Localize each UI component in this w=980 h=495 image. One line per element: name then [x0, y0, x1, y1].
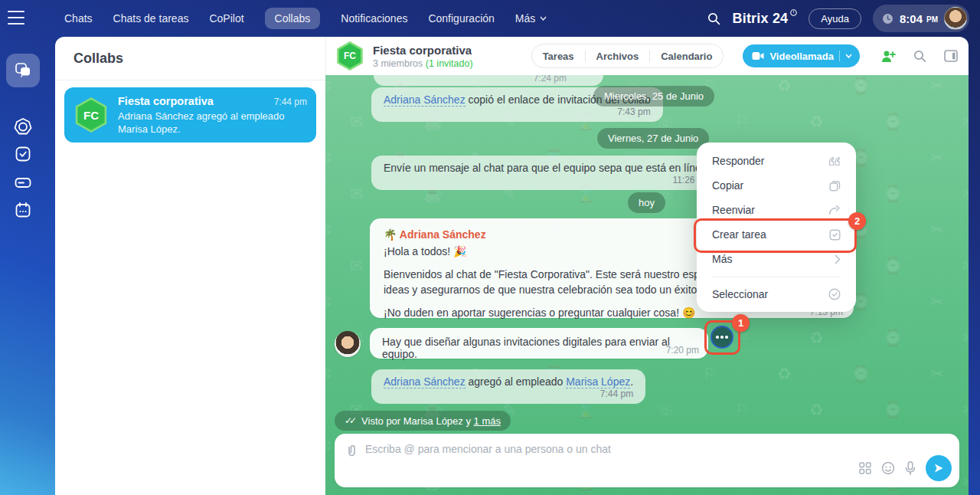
collab-item-body: Fiesta corporativa 7:44 pm Adriana Sánch… [118, 95, 307, 136]
chat-body: ✉ ☕ ✎ ⌛ ☏ ⚐ ♻ ⌚ ✂ ⌨ ✉ ☕ ✎ ⌛ ☏ ⚐ ♻ ⌚ ✂ ⌨ … [325, 75, 969, 495]
system-message-added: Adriana Sánchez agregó al empleado Maris… [371, 369, 645, 404]
collab-avatar: FC [74, 97, 109, 133]
message-time: 7:24 pm [534, 75, 567, 84]
step-badge-1: 1 [732, 314, 750, 332]
tab-copilot[interactable]: CoPilot [209, 12, 243, 25]
message-composer [335, 434, 959, 487]
tab-calendario[interactable]: Calendario [650, 51, 723, 62]
user-link[interactable]: Adriana Sánchez [384, 93, 466, 107]
tab-collabs[interactable]: Collabs [265, 8, 321, 29]
videocall-label: Videollamada [769, 51, 834, 62]
system-message-online: Envíe un mensaje al chat para que el equ… [371, 156, 723, 190]
forward-icon [828, 205, 841, 215]
user-avatar[interactable] [944, 7, 967, 30]
user-link[interactable]: Marisa López [566, 375, 630, 388]
collab-item-preview: Adriana Sánchez agregó al empleado Maris… [118, 110, 307, 136]
tab-chats-de-tareas[interactable]: Chats de tareas [113, 12, 189, 25]
chevron-right-icon [835, 254, 841, 264]
menu-item-mas[interactable]: Más [697, 247, 856, 271]
tab-configuracion[interactable]: Configuración [428, 12, 494, 25]
quote-icon [828, 156, 841, 166]
topbar: Chats Chats de tareas CoPilot Collabs No… [0, 0, 980, 37]
clock-icon [882, 13, 893, 25]
bitrix24-logo: Bitrix 24 [732, 11, 797, 27]
menu-item-responder[interactable]: Responder [697, 149, 856, 173]
chat-tabs: Tareas Archivos Calendario [531, 44, 724, 68]
collab-item-time: 7:44 pm [274, 97, 307, 107]
clock-time: 8:04 [900, 12, 923, 25]
video-camera-icon [752, 51, 764, 61]
clock-widget[interactable]: 8:04 PM [873, 5, 969, 32]
message-time: 7:43 pm [384, 107, 651, 117]
tab-chats[interactable]: Chats [64, 12, 93, 25]
clock-period: PM [926, 15, 938, 24]
send-button[interactable] [926, 455, 952, 481]
tab-mas-label: Más [515, 12, 535, 25]
chat-avatar[interactable]: FC [335, 41, 364, 70]
side-panel-icon[interactable] [944, 50, 958, 62]
chat-header-titles: Fiesta corporativa 3 miembros (1 invitad… [373, 44, 473, 69]
collabs-panel-title: Collabs [55, 37, 325, 80]
task-checkbox-icon [829, 229, 841, 241]
bitrix24-app: Chats Chats de tareas CoPilot Collabs No… [0, 0, 980, 495]
message-time: 7:44 pm [384, 388, 633, 399]
message-time: 11:26 am [384, 175, 710, 185]
tab-archivos[interactable]: Archivos [586, 51, 650, 62]
brand-text: Bitrix 24 [732, 11, 788, 27]
tab-notificaciones[interactable]: Notificaciones [341, 12, 407, 25]
message-time: 7:20 pm [666, 345, 699, 356]
invite-user-icon[interactable] [880, 50, 896, 63]
sender-avatar[interactable] [335, 331, 361, 357]
double-check-icon: ✓✓ [345, 415, 356, 426]
help-button[interactable]: Ayuda [808, 8, 861, 29]
videocall-button[interactable]: Videollamada [743, 44, 860, 67]
main-nav: Chats Chats de tareas CoPilot Collabs No… [0, 8, 547, 29]
tab-tareas[interactable]: Tareas [532, 51, 585, 62]
invited-count: (1 invitado) [426, 58, 473, 69]
global-search-icon[interactable] [707, 12, 720, 25]
message-input[interactable] [365, 443, 822, 455]
rail-chats-icon[interactable] [6, 54, 40, 87]
microphone-icon[interactable] [905, 461, 916, 476]
apps-grid-icon[interactable] [859, 462, 871, 474]
seen-more-link[interactable]: 1 más [474, 415, 501, 427]
hamburger-menu-icon[interactable] [8, 11, 24, 25]
chat-panel: FC Fiesta corporativa 3 miembros (1 invi… [325, 37, 969, 495]
videocall-chevron-icon [845, 54, 852, 58]
palm-emoji: 🌴 [384, 228, 400, 241]
send-icon [933, 463, 944, 474]
rail-calendar-icon[interactable] [6, 193, 40, 227]
menu-item-seleccionar[interactable]: Seleccionar [697, 282, 856, 307]
collab-list-item-fiesta[interactable]: FC Fiesta corporativa 7:44 pm Adriana Sá… [64, 87, 316, 143]
user-link[interactable]: Adriana Sánchez [384, 375, 466, 388]
seen-status-pill: ✓✓ Visto por Marisa López y 1 más [335, 411, 511, 431]
menu-item-reenviar[interactable]: Reenviar [697, 198, 856, 222]
chat-title: Fiesta corporativa [373, 44, 473, 57]
chat-header: FC Fiesta corporativa 3 miembros (1 invi… [325, 37, 969, 75]
menu-item-copiar[interactable]: Copiar [697, 173, 856, 198]
message-invitations[interactable]: Hay que diseñar algunas invitaciones dig… [370, 328, 708, 359]
menu-item-crear-tarea[interactable]: Crear tarea [697, 222, 856, 247]
collabs-panel: Collabs FC Fiesta corporativa 7:44 pm Ad… [55, 37, 325, 495]
chat-search-icon[interactable] [913, 50, 926, 63]
date-pill-jun25: Miercoles, 25 de Junio [593, 86, 714, 107]
chat-members[interactable]: 3 miembros (1 invitado) [373, 58, 473, 69]
message-text: Hay que diseñar algunas invitaciones dig… [382, 336, 670, 360]
message-more-actions-button[interactable] [710, 326, 733, 349]
circle-check-icon [828, 288, 841, 300]
partial-message-bubble: 7:24 pm [374, 75, 603, 86]
step-badge-2: 2 [848, 212, 866, 230]
left-rail [0, 37, 55, 495]
brand-clock-icon [790, 9, 797, 16]
message-context-menu: Responder Copiar Reenviar [697, 143, 856, 312]
copy-icon [829, 180, 841, 192]
tab-mas[interactable]: Más [515, 12, 547, 25]
topbar-right: Bitrix 24 Ayuda 8:04 PM [707, 5, 980, 32]
chevron-down-icon [540, 16, 547, 21]
collab-item-name: Fiesta corporativa [118, 95, 214, 107]
date-pill-jun27: Viernes, 27 de Junio [597, 128, 709, 149]
attach-file-icon[interactable] [345, 444, 358, 457]
date-pill-today: hoy [628, 192, 665, 213]
emoji-icon[interactable] [881, 461, 895, 475]
menu-divider [712, 277, 841, 277]
